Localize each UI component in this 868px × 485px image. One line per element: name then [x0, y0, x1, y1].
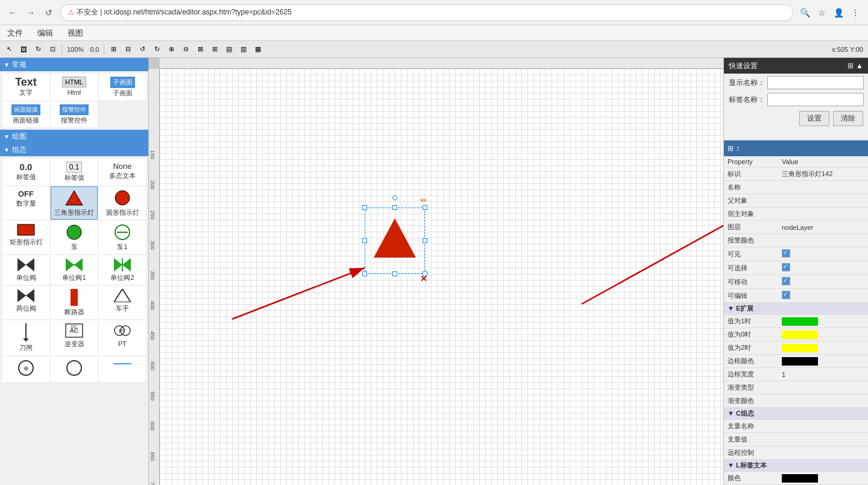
reload-button[interactable]: ↺ [42, 6, 55, 19]
account-icon[interactable]: 👤 [832, 6, 845, 19]
toolbar-img[interactable]: 🖼 [17, 43, 30, 56]
component-valve-single2[interactable]: 单位阀2 [99, 255, 146, 285]
star-icon[interactable]: ☆ [815, 6, 828, 19]
section-general[interactable]: ▼ 常规 [0, 58, 148, 71]
toolbar-btn-11[interactable]: ▤ [222, 43, 236, 56]
tag-name-input[interactable] [767, 93, 864, 106]
component-multitext[interactable]: None 多态文本 [99, 159, 146, 185]
canvas-grid[interactable]: ✏ ✕ [160, 69, 723, 485]
handle-tm[interactable] [392, 205, 397, 210]
section-draw[interactable]: ▼ 绘图 [0, 130, 148, 143]
toolbar-btn-6[interactable]: ↻ [150, 43, 163, 56]
set-button[interactable]: 设置 [799, 111, 829, 126]
toolbar-btn-13[interactable]: ▦ [251, 43, 265, 56]
toolbar-btn-5[interactable]: ↺ [136, 43, 149, 56]
component-circle-light[interactable]: 圆形指示灯 [99, 186, 146, 220]
component-labelval[interactable]: 0.0 标签值 [2, 159, 49, 185]
toolbar-btn-7[interactable]: ⊕ [165, 43, 178, 56]
toolbar-sep-1 [61, 45, 62, 54]
search-icon[interactable]: 🔍 [798, 6, 811, 19]
canvas-selected-triangle[interactable]: ✏ ✕ [365, 208, 425, 274]
collapse-icon[interactable]: ▲ [856, 62, 863, 70]
handle-ml[interactable] [362, 238, 367, 243]
checkbox-7[interactable] [782, 263, 790, 271]
back-button[interactable]: ← [6, 6, 19, 19]
edit-handle[interactable]: ✏ [420, 195, 427, 205]
color-swatch-12[interactable] [782, 331, 818, 339]
component-valve-single1[interactable]: 单位阀1 [51, 255, 98, 285]
component-pump1[interactable]: 泵1 [99, 221, 146, 254]
handle-tr[interactable] [423, 205, 427, 210]
color-swatch-14[interactable] [782, 357, 818, 366]
url-bar[interactable]: ⚠ 不安全 | iot.idosp.net/html/scada/editor.… [60, 4, 793, 21]
menu-view[interactable]: 视图 [65, 27, 86, 40]
clear-button[interactable]: 清除 [833, 111, 863, 126]
color-swatch-11[interactable] [782, 317, 818, 326]
toolbar-btn-12[interactable]: ▥ [237, 43, 250, 56]
forward-button[interactable]: → [24, 6, 37, 19]
menu-icon[interactable]: ⋮ [849, 6, 862, 19]
link-label: 画面链接 [13, 116, 39, 124]
handle-bm[interactable] [392, 271, 397, 276]
toolbar-select[interactable]: ↖ [2, 43, 16, 56]
component-digital[interactable]: OFF 数字量 [2, 186, 49, 220]
canvas-work[interactable]: ✏ ✕ [160, 69, 723, 485]
component-labelbox[interactable]: 0.1 标签值 [51, 159, 98, 185]
toolbar-rotate[interactable]: ↻ [31, 43, 45, 56]
props-value-8[interactable] [778, 275, 868, 289]
checkbox-6[interactable] [782, 249, 790, 258]
component-pump[interactable]: 泵 [51, 221, 98, 254]
toolbar-btn-9[interactable]: ⊠ [193, 43, 207, 56]
component-pt[interactable]: PT PT [99, 320, 146, 355]
pin-icon[interactable]: ⊞ [848, 62, 854, 70]
component-alarm[interactable]: 报警控件 报警控件 [51, 101, 98, 127]
rotate-handle[interactable] [392, 195, 397, 200]
props-label-21: 远程控制 [724, 446, 778, 460]
color-swatch-23[interactable] [782, 474, 818, 483]
component-valve-single[interactable]: 单位阀 [2, 255, 49, 285]
props-value-6[interactable] [778, 247, 868, 261]
component-inverter[interactable]: AC DC 逆变器 [51, 320, 98, 355]
vtick-400: 400 [149, 301, 156, 310]
component-valve-two[interactable]: 两位阀 [2, 286, 49, 319]
handle-bl[interactable] [362, 271, 367, 276]
vtick-350: 350 [149, 271, 156, 280]
toolbar-btn-3[interactable]: ⊞ [107, 43, 120, 56]
section-state[interactable]: ▼ 组态 [0, 143, 148, 156]
handle-mr[interactable] [423, 238, 427, 243]
toolbar-btn-4[interactable]: ⊟ [121, 43, 134, 56]
toolbar-crop[interactable]: ⊡ [46, 43, 59, 56]
toolbar-btn-10[interactable]: ⊞ [208, 43, 221, 56]
quick-settings-header: 快速设置 ⊞ ▲ [724, 58, 868, 74]
component-link[interactable]: 画面链接 画面链接 [2, 101, 49, 127]
canvas-container[interactable]: 0 50 100 150 200 250 300 350 400 450 500… [149, 58, 723, 485]
pump1-label: 泵1 [117, 243, 127, 251]
component-handwheel[interactable]: 车手 [99, 286, 146, 319]
props-label-20: 支量值 [724, 433, 778, 446]
checkbox-9[interactable] [782, 291, 790, 299]
component-html[interactable]: HTML Html [51, 74, 98, 100]
checkbox-8[interactable] [782, 277, 790, 285]
component-extra1[interactable]: ⊕ [2, 357, 49, 382]
menu-file[interactable]: 文件 [5, 27, 25, 40]
props-value-7[interactable] [778, 261, 868, 275]
component-breaker[interactable]: 断路器 [51, 286, 98, 319]
display-name-input[interactable] [767, 76, 864, 89]
color-swatch-13[interactable] [782, 344, 818, 352]
menu-edit[interactable]: 编辑 [35, 27, 55, 40]
component-extra3[interactable] [99, 357, 146, 382]
component-page[interactable]: 子画面 子画面 [99, 74, 146, 100]
component-rect-light[interactable]: 矩形指示灯 [2, 221, 49, 254]
canvas-ruler-v: 150 200 250 300 350 400 450 500 550 600 … [149, 69, 160, 485]
toolbar-btn-8[interactable]: ⊖ [179, 43, 192, 56]
handle-tl[interactable] [362, 205, 367, 210]
page-icon: 子画面 [110, 77, 135, 88]
component-knife[interactable]: 刀闸 [2, 320, 49, 355]
svg-marker-12 [122, 258, 131, 271]
component-triangle-light[interactable]: 三角形指示灯 [51, 186, 98, 220]
browser-bar: ← → ↺ ⚠ 不安全 | iot.idosp.net/html/scada/e… [0, 0, 868, 25]
component-extra2[interactable] [51, 357, 98, 382]
props-value-9[interactable] [778, 289, 868, 303]
delete-handle[interactable]: ✕ [420, 274, 427, 284]
component-text[interactable]: Text 文字 [2, 74, 49, 100]
